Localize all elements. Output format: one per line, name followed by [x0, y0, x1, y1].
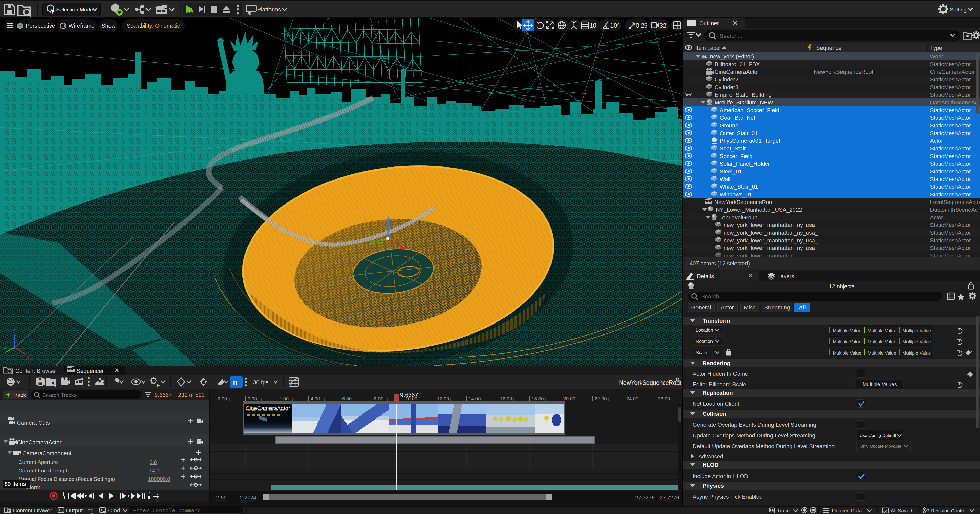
svg-text:Net Load on Client: Net Load on Client [693, 401, 739, 407]
svg-text:new_york_lower_manhattan_ny_us: new_york_lower_manhattan_ny_usa_ [724, 237, 818, 244]
svg-text:Actor: Actor [930, 214, 943, 220]
svg-text:Actor Hidden In Game: Actor Hidden In Game [693, 370, 748, 377]
svg-text:StaticMeshActor: StaticMeshActor [930, 184, 971, 190]
svg-text:Selection Mode: Selection Mode [56, 6, 93, 13]
svg-text:Details: Details [697, 273, 714, 279]
svg-text:StaticMeshActor: StaticMeshActor [930, 84, 971, 90]
svg-text:6.00: 6.00 [342, 396, 352, 401]
svg-text:CineCameraActor: CineCameraActor [714, 69, 759, 75]
svg-text:Wall: Wall [720, 176, 730, 182]
svg-text:new_york_lower_manhattan_ny_us: new_york_lower_manhattan_ny_usa_ [724, 230, 818, 236]
svg-text:27.7276: 27.7276 [660, 495, 679, 500]
svg-text:-2.00: -2.00 [216, 396, 227, 401]
svg-text:Derived Data: Derived Data [832, 508, 862, 514]
svg-text:StaticMeshActor: StaticMeshActor [930, 61, 971, 67]
svg-text:Output Log: Output Log [66, 508, 94, 514]
svg-text:StaticMeshActor: StaticMeshActor [930, 130, 971, 136]
svg-text:Steel_01: Steel_01 [720, 168, 742, 175]
svg-text:Physics: Physics [703, 483, 724, 489]
svg-text:Camera Cuts: Camera Cuts [17, 420, 50, 426]
svg-text:CineCameraActor: CineCameraActor [930, 69, 975, 75]
svg-text:Replication: Replication [703, 389, 733, 396]
svg-text:20.00: 20.00 [563, 396, 576, 401]
svg-text:Soccer_Field: Soccer_Field [720, 153, 752, 159]
svg-text:NewYorkSequenceRoot: NewYorkSequenceRoot [714, 199, 774, 205]
svg-text:Layers: Layers [777, 273, 794, 279]
svg-text:Platforms: Platforms [257, 6, 281, 13]
svg-text:Update Overlaps Method During: Update Overlaps Method During Level Stre… [693, 432, 815, 439]
svg-text:DatasmithSceneAc: DatasmithSceneAc [930, 207, 978, 213]
svg-text:Only Update Movable: Only Update Movable [859, 444, 901, 449]
svg-text:32: 32 [659, 22, 667, 29]
svg-text:Scale: Scale [696, 350, 707, 355]
svg-text:StaticMeshActor: StaticMeshActor [930, 115, 971, 121]
svg-text:new_york_lower_manhattan_ny_us: new_york_lower_manhattan_ny_usa_ [724, 222, 818, 228]
svg-text:-2.50: -2.50 [215, 495, 227, 500]
svg-text:9.6667: 9.6667 [155, 392, 172, 398]
svg-text:StaticMeshActor: StaticMeshActor [930, 245, 971, 251]
svg-text:Default Update Overlaps Method: Default Update Overlaps Method During Le… [693, 443, 835, 449]
svg-text:Empire_State_Building: Empire_State_Building [714, 92, 772, 98]
svg-text:239 of 592: 239 of 592 [178, 392, 205, 398]
svg-text:Type: Type [930, 45, 942, 51]
svg-text:14.0: 14.0 [149, 468, 159, 473]
svg-text:Search...: Search... [720, 33, 742, 39]
svg-text:Track: Track [12, 392, 26, 398]
svg-text:16.00: 16.00 [500, 396, 512, 401]
svg-text:Generate Overlap Events During: Generate Overlap Events During Level Str… [693, 421, 816, 428]
svg-text:new_york_lower_manhattan_ny_us: new_york_lower_manhattan_ny_usa_ [724, 245, 818, 251]
svg-text:Cmd: Cmd [108, 508, 120, 514]
svg-text:Cylinder2: Cylinder2 [714, 77, 738, 83]
svg-text:Sequencer: Sequencer [816, 45, 843, 51]
svg-text:TopLevelGroup: TopLevelGroup [719, 214, 757, 220]
svg-text:Billboard_01_FBX: Billboard_01_FBX [714, 61, 760, 67]
svg-text:CineCameraActor: CineCameraActor [17, 439, 62, 445]
svg-text:DatasmithSceneAc: DatasmithSceneAc [930, 99, 978, 106]
svg-text:X: X [26, 355, 29, 361]
svg-text:Use Config Default: Use Config Default [859, 433, 896, 438]
svg-text:StaticMeshActor: StaticMeshActor [930, 230, 971, 236]
svg-text:Rotation: Rotation [696, 339, 713, 344]
svg-text:Collision: Collision [703, 410, 726, 417]
svg-text:2.8: 2.8 [150, 459, 157, 465]
svg-text:StaticMeshActor: StaticMeshActor [930, 77, 971, 83]
svg-text:Multiple Value: Multiple Value [902, 328, 931, 333]
svg-text:9.6667: 9.6667 [400, 392, 418, 398]
svg-text:30 fps: 30 fps [253, 379, 269, 386]
svg-text:All Saved: All Saved [891, 508, 912, 514]
svg-text:Multiple Value: Multiple Value [833, 351, 861, 356]
svg-text:LevelSequenceActo: LevelSequenceActo [930, 199, 980, 205]
svg-text:StaticMeshActor: StaticMeshActor [930, 161, 971, 167]
svg-text:100000.0: 100000.0 [148, 476, 170, 482]
svg-text:Outer_Stair_01: Outer_Stair_01 [720, 130, 758, 136]
svg-text:Ground: Ground [720, 122, 738, 129]
svg-text:Seat_Stair: Seat_Stair [720, 145, 746, 152]
svg-text:Search: Search [701, 294, 719, 300]
svg-text:StaticMeshActor: StaticMeshActor [930, 145, 971, 152]
svg-text:Revision Control: Revision Control [931, 508, 966, 514]
svg-text:Current Aperture: Current Aperture [18, 459, 58, 465]
svg-text:14.00: 14.00 [469, 396, 481, 401]
svg-text:Multiple Value: Multiple Value [868, 339, 896, 345]
svg-text:Multiple Value: Multiple Value [902, 351, 931, 356]
svg-text:Multiple Values: Multiple Values [862, 382, 897, 387]
svg-text:Cylinder3: Cylinder3 [714, 84, 738, 90]
svg-text:n: n [233, 378, 237, 386]
svg-text:Multiple Value: Multiple Value [833, 328, 861, 333]
svg-text:0.00: 0.00 [248, 396, 257, 401]
svg-text:StaticMeshActor: StaticMeshActor [930, 153, 971, 159]
svg-text:NY_Lower_Manhattan_USA_2022: NY_Lower_Manhattan_USA_2022 [716, 207, 802, 213]
svg-text:StaticMeshActor: StaticMeshActor [930, 237, 971, 244]
svg-text:StaticMeshActor: StaticMeshActor [930, 222, 971, 228]
svg-text:2.00: 2.00 [279, 396, 289, 401]
svg-text:Multiple Value: Multiple Value [902, 339, 931, 345]
svg-text:27.7276: 27.7276 [635, 495, 655, 500]
svg-text:Editor Billboard Scale: Editor Billboard Scale [693, 381, 746, 388]
svg-text:StaticMeshActor: StaticMeshActor [930, 191, 971, 198]
svg-text:26.00: 26.00 [658, 396, 670, 401]
svg-text:10: 10 [590, 22, 597, 29]
svg-text:NewYorkSequenceRoot: NewYorkSequenceRoot [619, 380, 681, 386]
svg-text:Current Focal Length: Current Focal Length [18, 468, 68, 473]
svg-text:12 objects: 12 objects [829, 283, 854, 290]
svg-text:24.00: 24.00 [626, 396, 638, 401]
